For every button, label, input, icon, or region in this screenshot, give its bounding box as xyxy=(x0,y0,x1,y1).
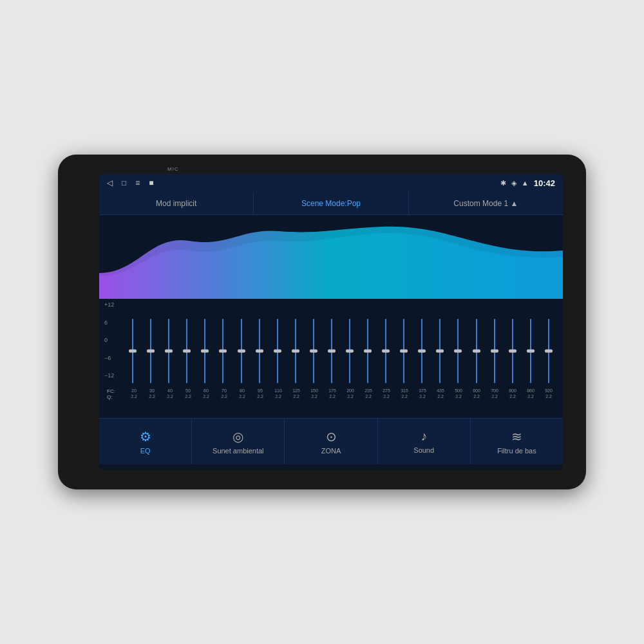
eq-slider-track[interactable] xyxy=(403,319,404,383)
eq-slider-thumb xyxy=(147,350,155,353)
eq-slider-70[interactable] xyxy=(214,319,232,383)
eq-slider-track[interactable] xyxy=(168,319,169,383)
eq-slider-track[interactable] xyxy=(150,319,151,383)
mode-custom[interactable]: Custom Mode 1 ▲ xyxy=(409,192,563,214)
eq-slider-track[interactable] xyxy=(530,319,531,383)
eq-slider-125[interactable] xyxy=(287,319,305,383)
eq-slider-thumb xyxy=(219,350,227,353)
eq-sliders xyxy=(124,303,558,383)
menu-nav-icon[interactable]: ≡ xyxy=(135,178,140,187)
eq-slider-thumb xyxy=(310,350,317,353)
wifi-icon: ▲ xyxy=(522,179,529,187)
zona-tab[interactable]: ⊙ZONA xyxy=(285,419,377,464)
eq-slider-275[interactable] xyxy=(377,319,395,383)
eq-slider-50[interactable] xyxy=(178,319,196,383)
recent-nav-icon[interactable]: ■ xyxy=(149,178,153,187)
ambient-icon: ◎ xyxy=(232,429,243,444)
bass-tab[interactable]: ≋Filtru de bas xyxy=(471,419,563,464)
eq-slider-track[interactable] xyxy=(476,319,477,383)
sound-tab[interactable]: ♪Sound xyxy=(378,419,471,464)
bluetooth-icon: ✱ xyxy=(500,179,506,187)
eq-slider-60[interactable] xyxy=(196,319,214,383)
nav-icons: ◁ □ ≡ ■ xyxy=(107,178,154,187)
eq-slider-thumb xyxy=(418,350,426,353)
mic-label: MIC xyxy=(167,166,179,172)
eq-slider-40[interactable] xyxy=(160,319,178,383)
eq-slider-track[interactable] xyxy=(241,319,242,383)
eq-slider-thumb xyxy=(238,350,245,353)
eq-slider-thumb xyxy=(473,350,480,353)
eq-slider-700[interactable] xyxy=(486,319,504,383)
eq-q-row: Q: 2.22.22.22.22.22.22.22.22.22.22.22.22… xyxy=(104,394,558,400)
eq-slider-235[interactable] xyxy=(359,319,377,383)
eq-slider-95[interactable] xyxy=(251,319,269,383)
tab-label-zona-tab: ZONA xyxy=(321,447,341,455)
eq-slider-thumb xyxy=(165,350,173,353)
tab-label-sound-tab: Sound xyxy=(413,446,434,454)
eq-slider-track[interactable] xyxy=(222,319,223,383)
eq-slider-920[interactable] xyxy=(540,319,558,383)
eq-slider-track[interactable] xyxy=(385,319,386,383)
eq-slider-track[interactable] xyxy=(421,319,422,383)
eq-slider-track[interactable] xyxy=(367,319,368,383)
eq-slider-thumb xyxy=(129,350,137,353)
eq-slider-thumb xyxy=(292,350,299,353)
tab-label-bass-tab: Filtru de bas xyxy=(497,447,536,455)
eq-slider-150[interactable] xyxy=(305,319,323,383)
eq-slider-315[interactable] xyxy=(395,319,413,383)
status-right: ✱ ◈ ▲ 10:42 xyxy=(500,178,555,188)
eq-slider-track[interactable] xyxy=(331,319,332,383)
eq-slider-thumb xyxy=(491,350,498,353)
eq-slider-30[interactable] xyxy=(142,319,160,383)
eq-slider-track[interactable] xyxy=(295,319,296,383)
eq-slider-800[interactable] xyxy=(504,319,522,383)
waveform-area xyxy=(99,215,563,299)
eq-slider-track[interactable] xyxy=(512,319,513,383)
eq-slider-track[interactable] xyxy=(186,319,187,383)
home-nav-icon[interactable]: □ xyxy=(122,178,126,187)
eq-slider-20[interactable] xyxy=(124,319,142,383)
zona-icon: ⊙ xyxy=(326,429,337,444)
eq-sliders-icon: ⚙ xyxy=(140,429,151,444)
eq-slider-thumb xyxy=(382,350,390,353)
eq-slider-thumb xyxy=(509,350,516,353)
screen: ◁ □ ≡ ■ ✱ ◈ ▲ 10:42 Mod implicit Scene M… xyxy=(99,174,563,470)
eq-slider-600[interactable] xyxy=(467,319,485,383)
eq-slider-track[interactable] xyxy=(277,319,278,383)
eq-slider-thumb xyxy=(346,350,354,353)
eq-slider-thumb xyxy=(364,350,372,353)
eq-slider-track[interactable] xyxy=(259,319,260,383)
eq-slider-track[interactable] xyxy=(494,319,495,383)
status-bar: ◁ □ ≡ ■ ✱ ◈ ▲ 10:42 xyxy=(99,174,563,192)
back-nav-icon[interactable]: ◁ xyxy=(107,178,113,187)
eq-fc-row: FC: 203040506070809511012515017520023527… xyxy=(104,388,558,394)
tab-label-eq-tab: EQ xyxy=(140,447,151,455)
eq-slider-80[interactable] xyxy=(232,319,250,383)
eq-slider-175[interactable] xyxy=(323,319,341,383)
eq-slider-200[interactable] xyxy=(341,319,359,383)
eq-tab[interactable]: ⚙EQ xyxy=(99,419,192,464)
eq-slider-track[interactable] xyxy=(204,319,205,383)
eq-slider-thumb xyxy=(436,350,444,353)
time-display: 10:42 xyxy=(534,178,555,188)
bass-filter-icon: ≋ xyxy=(511,429,522,444)
eq-slider-track[interactable] xyxy=(457,319,459,383)
ambient-tab[interactable]: ◎Sunet ambiental xyxy=(192,419,285,464)
eq-slider-110[interactable] xyxy=(269,319,287,383)
eq-slider-track[interactable] xyxy=(313,319,314,383)
eq-slider-435[interactable] xyxy=(431,319,449,383)
eq-slider-375[interactable] xyxy=(413,319,431,383)
eq-slider-track[interactable] xyxy=(132,319,133,383)
location-icon: ◈ xyxy=(511,179,516,187)
mode-scene[interactable]: Scene Mode:Pop xyxy=(254,192,408,214)
mode-implicit[interactable]: Mod implicit xyxy=(99,192,254,214)
eq-slider-track[interactable] xyxy=(349,319,350,383)
eq-slider-thumb xyxy=(545,350,553,353)
tab-label-ambient-tab: Sunet ambiental xyxy=(213,447,264,455)
eq-slider-track[interactable] xyxy=(548,319,549,383)
eq-slider-500[interactable] xyxy=(449,319,467,383)
eq-slider-thumb xyxy=(256,350,263,353)
eq-slider-860[interactable] xyxy=(522,319,540,383)
eq-slider-thumb xyxy=(201,350,209,353)
eq-slider-track[interactable] xyxy=(439,319,440,383)
